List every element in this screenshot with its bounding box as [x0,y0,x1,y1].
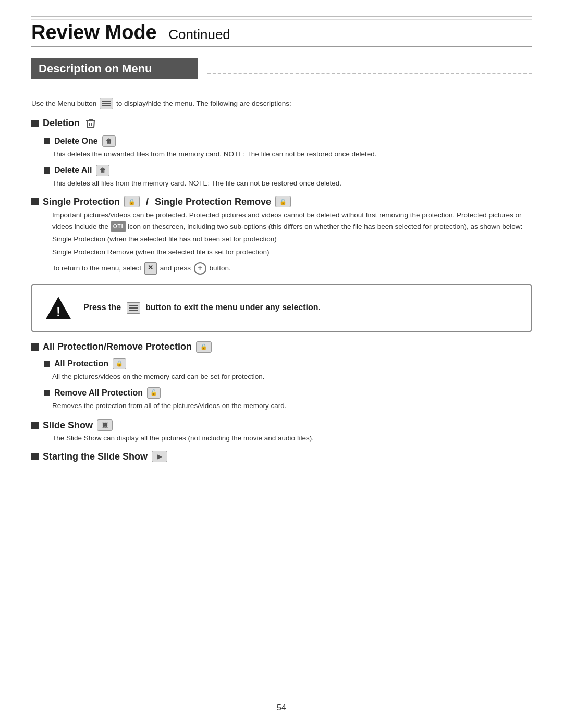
section-heading-bar: Description on Menu [31,58,198,79]
single-protection-text: Important pictures/videos can be protect… [52,209,532,232]
slide-show-label: Slide Show [43,420,93,431]
starting-slide-show-header: Starting the Slide Show ▶ [31,451,532,462]
delete-all-bullet [44,167,50,174]
deletion-bullet [31,120,39,127]
page-number: 54 [277,703,286,712]
delete-one-label: Delete One [54,137,98,146]
intro-text-after: to display/hide the menu. The following … [116,99,291,107]
warning-text-content: Press the button to exit the menu under … [83,302,321,314]
single-protection-label: Single Protection [43,196,120,207]
delete-all-header: Delete All 🗑 [44,165,532,176]
remove-all-protection-label: Remove All Protection [54,388,143,398]
return-text1: To return to the menu, select [52,264,141,272]
starting-slide-show-bullet [31,453,39,460]
remove-all-protection-bullet [44,390,50,396]
warning-text2: button to exit the menu under any select… [145,303,321,312]
single-protection-header: Single Protection 🔒 / Single Protection … [31,196,532,207]
starting-slide-show-label: Starting the Slide Show [43,451,148,462]
intro-paragraph: Use the Menu button to display/hide the … [31,98,532,109]
remove-all-protection-header: Remove All Protection 🔓 [44,387,532,399]
page-number-text: 54 [277,703,286,712]
single-protection-icon: 🔒 [124,196,140,207]
title-bold: Review Mode [31,21,157,43]
slide-show-icon: 🖼 [97,419,113,431]
single-protection-item1: Single Protection (when the selected fil… [52,233,532,245]
all-protection-header: All Protection/Remove Protection 🔒 [31,341,532,353]
warning-menu-icon [127,302,140,314]
all-protection-sub-header: All Protection 🔒 [44,358,532,369]
all-protection-sub-text: All the pictures/videos on the memory ca… [52,372,532,382]
slide-show-bullet [31,422,39,429]
return-text2: and press [160,264,191,272]
warning-box: ! Press the button to exit the menu unde… [31,284,532,332]
starting-slide-show-icon: ▶ [152,451,167,462]
title-continued: Continued [168,27,230,42]
section-heading-text: Description on Menu [39,62,152,75]
single-protection-bullet [31,198,39,205]
delete-one-bullet [44,138,50,144]
slide-show-body: The Slide Show can display all the pictu… [52,434,314,442]
header-decoration [31,16,532,20]
section-heading-row: Description on Menu [31,58,532,89]
page-title: Review Mode Continued [31,22,532,44]
single-protection-remove-icon: 🔓 [275,196,291,207]
single-protection-item1-text: Single Protection (when the selected fil… [52,235,277,243]
all-protection-bullet [31,343,39,351]
all-protection-label: All Protection/Remove Protection [43,341,192,352]
all-protection-sub-body: All the pictures/videos on the memory ca… [52,373,264,380]
all-protection-sub-icon: 🔒 [113,358,126,369]
remove-all-protection-body: Removes the protection from all of the p… [52,402,286,410]
remove-all-protection-text: Removes the protection from all of the p… [52,401,532,411]
intro-text-before: Use the Menu button [31,99,96,107]
menu-button-icon [100,98,113,109]
warning-text1: Press the [83,303,121,312]
all-protection-sub-bullet [44,361,50,367]
return-to-menu-text: To return to the menu, select ✕ and pres… [52,262,532,275]
deletion-icon [84,117,97,130]
delete-one-text: This deletes the unwanted files from the… [52,149,532,159]
all-protection-icon: 🔒 [196,341,212,353]
single-protection-item2: Single Protection Remove (when the selec… [52,246,532,258]
remove-all-protection-icon: 🔓 [147,387,161,399]
warning-triangle-icon: ! [45,294,72,322]
delete-all-label: Delete All [54,166,92,175]
delete-all-body: This deletes all files from the memory c… [52,179,341,187]
slide-show-text: The Slide Show can display all the pictu… [52,433,532,443]
delete-one-icon: 🗑 [102,135,116,147]
circle-plus-icon: + [194,262,206,275]
single-protection-text1-mid: icon on thescreen, including two sub-opt… [128,223,522,230]
svg-text:!: ! [56,304,60,318]
delete-all-text: This deletes all files from the memory c… [52,178,532,189]
delete-one-body: This deletes the unwanted files from the… [52,150,377,158]
return-text3: button. [209,264,230,272]
single-protection-item2-text: Single Protection Remove (when the selec… [52,248,269,256]
single-protection-remove-label: Single Protection Remove [155,196,271,207]
all-protection-sub-label: All Protection [54,359,108,368]
deletion-label: Deletion [43,118,80,129]
delete-one-header: Delete One 🗑 [44,135,532,147]
heading-dashes-decoration [207,73,532,74]
slide-show-header: Slide Show 🖼 [31,419,532,431]
deletion-header: Deletion [31,117,532,130]
page-wrapper: Review Mode Continued Description on Men… [0,0,563,728]
x-button-icon: ✕ [144,262,157,275]
oti-lock-icon: OTI [111,221,126,232]
delete-all-icon: 🗑 [96,165,109,176]
